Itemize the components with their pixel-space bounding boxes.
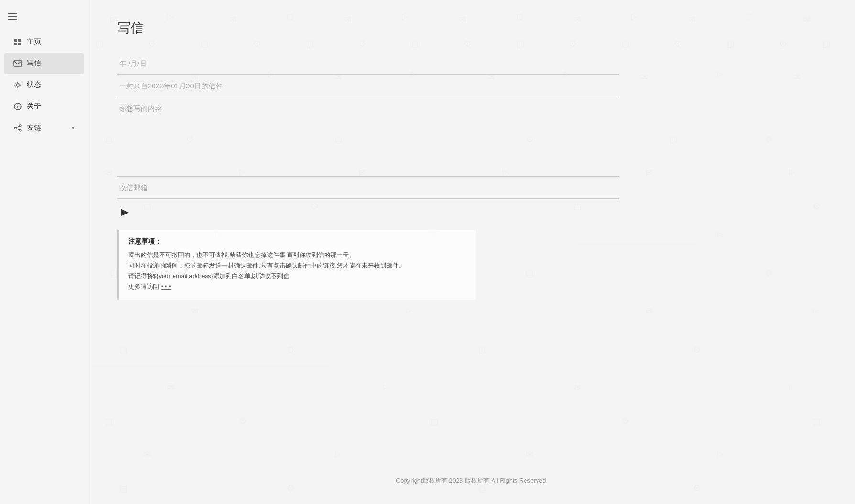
email-input[interactable]: [117, 177, 619, 198]
write-letter-form: 注意事项： 寄出的信是不可撤回的，也不可查找,希望你也忘掉这件事,直到你收到信的…: [117, 53, 619, 300]
notice-line-3: 请记得将${your email address}添加到白名单,以防收不到信: [128, 271, 466, 281]
notice-line-1: 寄出的信是不可撤回的，也不可查找,希望你也忘掉这件事,直到你收到信的那一天。: [128, 250, 466, 260]
menu-icon[interactable]: [8, 13, 17, 20]
share-icon: [13, 124, 22, 132]
info-icon: [13, 102, 22, 111]
svg-point-5: [16, 84, 19, 86]
sidebar: 主页 写信 状态: [0, 0, 88, 504]
svg-point-9: [19, 125, 21, 127]
sidebar-item-home[interactable]: 主页: [4, 32, 84, 52]
sidebar-item-status[interactable]: 状态: [4, 75, 84, 95]
sidebar-item-home-label: 主页: [27, 37, 41, 46]
notice-content: 寄出的信是不可撤回的，也不可查找,希望你也忘掉这件事,直到你收到信的那一天。 同…: [128, 250, 466, 292]
footer: Copyright版权所有 2023 版权所有 All Rights Reser…: [88, 467, 855, 494]
copyright-text: Copyright版权所有 2023 版权所有 All Rights Reser…: [396, 477, 548, 484]
email-field-group: [117, 177, 619, 199]
notice-box: 注意事项： 寄出的信是不可撤回的，也不可查找,希望你也忘掉这件事,直到你收到信的…: [117, 230, 476, 300]
sidebar-item-status-label: 状态: [27, 80, 41, 89]
content-textarea[interactable]: [117, 97, 619, 174]
svg-rect-4: [14, 61, 22, 66]
notice-more-link[interactable]: • • •: [161, 283, 171, 290]
date-field-group: [117, 53, 619, 75]
page-title: 写信: [117, 19, 826, 37]
sidebar-item-friends-label: 友链: [27, 123, 41, 132]
sidebar-header: [0, 10, 88, 28]
svg-line-13: [16, 129, 19, 130]
date-input[interactable]: [117, 53, 619, 74]
svg-rect-1: [18, 39, 21, 42]
subject-field-group: [117, 75, 619, 97]
main-content: 写信 注意事项： 寄出的信是不可撤回的，也不可查找,: [88, 0, 855, 504]
svg-rect-2: [14, 43, 17, 45]
subject-input[interactable]: [117, 75, 619, 97]
sidebar-item-friends[interactable]: 友链 ▾: [4, 118, 84, 138]
send-button[interactable]: [117, 205, 132, 220]
svg-point-11: [19, 129, 21, 131]
notice-title: 注意事项：: [128, 237, 466, 246]
send-arrow-icon: [121, 209, 129, 216]
divider-4: [117, 199, 619, 199]
svg-rect-3: [18, 43, 21, 45]
sidebar-item-about-label: 关于: [27, 102, 41, 111]
svg-point-8: [17, 104, 18, 105]
sidebar-nav: 主页 写信 状态: [0, 32, 88, 138]
sidebar-item-write[interactable]: 写信: [4, 53, 84, 74]
svg-line-12: [16, 126, 19, 128]
sidebar-item-write-label: 写信: [27, 59, 41, 68]
notice-link-text: •: [161, 283, 164, 290]
home-icon: [13, 38, 22, 46]
svg-rect-0: [14, 39, 17, 42]
mail-icon: [13, 59, 22, 68]
gear-icon: [13, 81, 22, 89]
chevron-down-icon: ▾: [72, 125, 75, 131]
svg-point-10: [14, 127, 16, 129]
notice-line-4: 更多请访问 • • •: [128, 281, 466, 292]
content-field-group: [117, 97, 619, 176]
notice-line-2: 同时在投递的瞬间，您的邮箱发送一封确认邮件,只有点击确认邮件中的链接,您才能在未…: [128, 260, 466, 271]
sidebar-item-about[interactable]: 关于: [4, 96, 84, 117]
